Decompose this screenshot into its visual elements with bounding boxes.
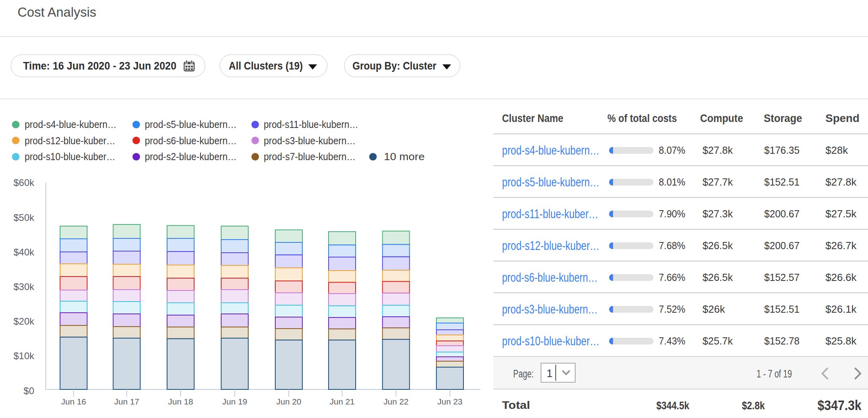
- svg-text:$60k: $60k: [14, 177, 35, 188]
- svg-text:$20k: $20k: [14, 316, 35, 327]
- svg-text:Jun 19: Jun 19: [222, 397, 247, 406]
- svg-text:$40k: $40k: [14, 247, 35, 257]
- svg-text:Jun 17: Jun 17: [114, 397, 139, 406]
- svg-text:Jun 22: Jun 22: [383, 397, 409, 406]
- svg-text:$0: $0: [23, 385, 34, 396]
- svg-text:Jun 23: Jun 23: [437, 397, 462, 406]
- svg-text:Jun 21: Jun 21: [329, 397, 354, 406]
- svg-text:$50k: $50k: [14, 212, 35, 223]
- svg-text:Jun 18: Jun 18: [168, 397, 193, 406]
- svg-text:$30k: $30k: [14, 281, 35, 292]
- svg-text:$10k: $10k: [14, 350, 35, 361]
- svg-text:Jun 16: Jun 16: [61, 397, 86, 406]
- svg-text:Jun 20: Jun 20: [276, 397, 301, 406]
